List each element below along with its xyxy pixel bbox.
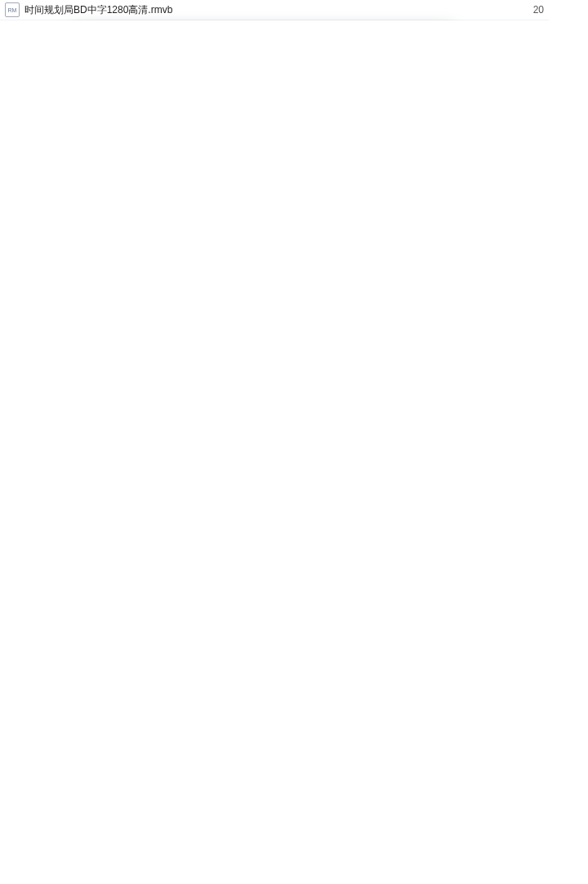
file-icon: RM (5, 2, 20, 17)
file-row-top[interactable]: RM 时间规划局BD中字1280高清.rmvb 20 (0, 0, 549, 20)
file-name: 时间规划局BD中字1280高清.rmvb (24, 3, 533, 17)
file-date-fragment: 20 (533, 4, 544, 16)
